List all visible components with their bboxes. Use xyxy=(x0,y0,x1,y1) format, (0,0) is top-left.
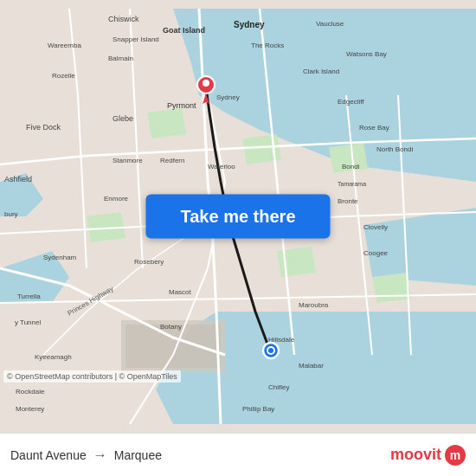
svg-text:Ashfield: Ashfield xyxy=(4,175,32,183)
svg-text:Phillip Bay: Phillip Bay xyxy=(242,405,274,413)
svg-text:Vaucluse: Vaucluse xyxy=(316,20,344,28)
svg-point-51 xyxy=(268,348,273,353)
svg-text:Edgecliff: Edgecliff xyxy=(338,98,364,106)
footer: Daunt Avenue → Marquee moovit m xyxy=(0,433,476,476)
destination-label: Marquee xyxy=(114,448,162,462)
map-attribution: © OpenStreetMap contributors | © OpenMap… xyxy=(3,370,181,383)
svg-text:y Tunnel: y Tunnel xyxy=(15,318,41,326)
svg-text:Wareemba: Wareemba xyxy=(48,42,81,49)
svg-text:Glebe: Glebe xyxy=(113,114,133,123)
svg-text:Pyrmont: Pyrmont xyxy=(167,101,196,110)
svg-text:Five Dock: Five Dock xyxy=(26,123,61,132)
svg-text:Balmain: Balmain xyxy=(108,55,133,62)
moovit-logo: moovit m xyxy=(390,445,466,466)
svg-text:Goat Island: Goat Island xyxy=(163,26,205,35)
arrow-icon: → xyxy=(93,447,107,463)
svg-text:Sydenham: Sydenham xyxy=(43,254,77,261)
svg-text:Redfern: Redfern xyxy=(160,157,184,164)
svg-text:Monterey: Monterey xyxy=(16,405,44,413)
svg-text:Clovelly: Clovelly xyxy=(363,223,388,231)
moovit-icon: m xyxy=(445,445,466,466)
svg-text:Rose Bay: Rose Bay xyxy=(359,124,389,132)
app-container: Chiswick Wareemba Rozelle Balmain Snappe… xyxy=(0,0,476,476)
moovit-brand-text: moovit xyxy=(390,446,441,464)
svg-text:Clark Island: Clark Island xyxy=(303,68,339,75)
svg-text:Enmore: Enmore xyxy=(104,195,129,203)
svg-text:Tamarama: Tamarama xyxy=(338,181,366,187)
svg-text:Sydney: Sydney xyxy=(216,93,240,101)
route-info: Daunt Avenue → Marquee xyxy=(10,447,390,463)
svg-text:Stanmore: Stanmore xyxy=(113,157,143,164)
svg-text:Waterloo: Waterloo xyxy=(208,163,235,170)
svg-text:Snapper Island: Snapper Island xyxy=(113,35,159,43)
svg-text:Kyeeamagh: Kyeeamagh xyxy=(35,353,72,361)
svg-text:bury: bury xyxy=(4,210,18,218)
svg-text:Watsons Bay: Watsons Bay xyxy=(346,50,387,58)
svg-text:Maroubra: Maroubra xyxy=(299,301,329,309)
svg-text:Rockdale: Rockdale xyxy=(16,388,45,396)
svg-text:Turrella: Turrella xyxy=(17,293,41,300)
map-area: Chiswick Wareemba Rozelle Balmain Snappe… xyxy=(0,0,476,433)
svg-text:Rosebery: Rosebery xyxy=(134,258,164,266)
svg-text:Bondi: Bondi xyxy=(342,163,360,170)
svg-point-48 xyxy=(203,80,209,87)
svg-rect-2 xyxy=(125,325,221,368)
svg-text:Sydney: Sydney xyxy=(234,20,265,29)
svg-text:Chiswick: Chiswick xyxy=(108,15,139,23)
svg-text:North Bondi: North Bondi xyxy=(376,145,413,153)
svg-text:Mascot: Mascot xyxy=(169,288,192,296)
svg-text:Rozelle: Rozelle xyxy=(52,72,75,80)
svg-text:The Rocks: The Rocks xyxy=(251,42,284,49)
origin-label: Daunt Avenue xyxy=(10,448,87,462)
svg-text:Malabar: Malabar xyxy=(299,362,324,370)
svg-text:Coogee: Coogee xyxy=(363,249,389,257)
svg-text:Botany: Botany xyxy=(160,323,182,331)
svg-text:Chifley: Chifley xyxy=(268,383,289,391)
take-me-there-button[interactable]: Take me there xyxy=(145,195,330,239)
svg-text:Bronte: Bronte xyxy=(338,197,358,205)
